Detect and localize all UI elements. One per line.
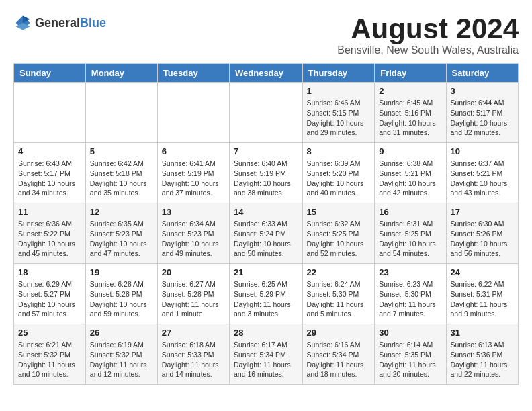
calendar-cell: 23Sunrise: 6:23 AM Sunset: 5:30 PM Dayli…	[375, 264, 446, 324]
day-number: 1	[307, 86, 371, 96]
day-number: 2	[379, 86, 441, 96]
page-header: GeneralBlue August 2024 Bensville, New S…	[13, 13, 519, 56]
calendar-cell: 31Sunrise: 6:13 AM Sunset: 5:36 PM Dayli…	[446, 324, 518, 385]
day-info: Sunrise: 6:43 AM Sunset: 5:17 PM Dayligh…	[18, 158, 81, 198]
calendar-cell: 29Sunrise: 6:16 AM Sunset: 5:34 PM Dayli…	[302, 324, 375, 385]
calendar-cell: 25Sunrise: 6:21 AM Sunset: 5:32 PM Dayli…	[14, 324, 86, 385]
day-number: 30	[379, 328, 441, 338]
day-info: Sunrise: 6:18 AM Sunset: 5:33 PM Dayligh…	[162, 340, 225, 379]
calendar-cell: 13Sunrise: 6:34 AM Sunset: 5:23 PM Dayli…	[157, 203, 229, 264]
calendar-cell: 15Sunrise: 6:32 AM Sunset: 5:25 PM Dayli…	[302, 203, 375, 264]
title-section: August 2024 Bensville, New South Wales, …	[337, 13, 519, 56]
header-sunday: Sunday	[14, 64, 86, 83]
location-subtitle: Bensville, New South Wales, Australia	[337, 44, 519, 56]
logo-icon	[13, 13, 32, 32]
calendar-cell	[14, 83, 86, 143]
calendar-cell: 17Sunrise: 6:30 AM Sunset: 5:26 PM Dayli…	[446, 203, 518, 264]
day-info: Sunrise: 6:33 AM Sunset: 5:24 PM Dayligh…	[234, 219, 298, 259]
header-wednesday: Wednesday	[230, 64, 303, 83]
header-thursday: Thursday	[302, 64, 375, 83]
day-number: 15	[307, 207, 371, 217]
header-saturday: Saturday	[446, 64, 518, 83]
calendar-cell: 10Sunrise: 6:37 AM Sunset: 5:21 PM Dayli…	[446, 143, 518, 203]
logo: GeneralBlue	[13, 13, 106, 32]
day-info: Sunrise: 6:14 AM Sunset: 5:35 PM Dayligh…	[379, 340, 441, 379]
day-number: 20	[162, 267, 225, 277]
day-number: 18	[18, 267, 81, 277]
calendar-cell: 30Sunrise: 6:14 AM Sunset: 5:35 PM Dayli…	[375, 324, 446, 385]
header-monday: Monday	[85, 64, 157, 83]
logo-text-general: General	[35, 16, 80, 30]
calendar-cell: 7Sunrise: 6:40 AM Sunset: 5:19 PM Daylig…	[230, 143, 303, 203]
day-number: 27	[162, 328, 225, 338]
day-info: Sunrise: 6:34 AM Sunset: 5:23 PM Dayligh…	[162, 219, 225, 259]
day-number: 7	[234, 146, 298, 156]
week-row-1: 4Sunrise: 6:43 AM Sunset: 5:17 PM Daylig…	[14, 143, 519, 203]
day-number: 11	[18, 207, 81, 217]
day-info: Sunrise: 6:22 AM Sunset: 5:31 PM Dayligh…	[451, 279, 514, 319]
day-number: 9	[379, 146, 441, 156]
calendar-cell: 12Sunrise: 6:35 AM Sunset: 5:23 PM Dayli…	[85, 203, 157, 264]
day-info: Sunrise: 6:36 AM Sunset: 5:22 PM Dayligh…	[18, 219, 81, 259]
day-number: 14	[234, 207, 298, 217]
day-number: 8	[307, 146, 371, 156]
calendar-cell	[157, 83, 229, 143]
day-info: Sunrise: 6:25 AM Sunset: 5:29 PM Dayligh…	[234, 279, 298, 319]
calendar-cell	[230, 83, 303, 143]
calendar-cell: 18Sunrise: 6:29 AM Sunset: 5:27 PM Dayli…	[14, 264, 86, 324]
calendar-cell: 1Sunrise: 6:46 AM Sunset: 5:15 PM Daylig…	[302, 83, 375, 143]
calendar-cell: 19Sunrise: 6:28 AM Sunset: 5:28 PM Dayli…	[85, 264, 157, 324]
week-row-0: 1Sunrise: 6:46 AM Sunset: 5:15 PM Daylig…	[14, 83, 519, 143]
day-info: Sunrise: 6:37 AM Sunset: 5:21 PM Dayligh…	[451, 158, 514, 198]
day-info: Sunrise: 6:27 AM Sunset: 5:28 PM Dayligh…	[162, 279, 225, 319]
month-year-title: August 2024	[337, 13, 519, 44]
day-info: Sunrise: 6:45 AM Sunset: 5:16 PM Dayligh…	[379, 98, 441, 138]
calendar-cell: 3Sunrise: 6:44 AM Sunset: 5:17 PM Daylig…	[446, 83, 518, 143]
calendar-cell: 16Sunrise: 6:31 AM Sunset: 5:25 PM Dayli…	[375, 203, 446, 264]
header-tuesday: Tuesday	[157, 64, 229, 83]
logo-text-blue: Blue	[80, 16, 106, 30]
calendar-cell: 2Sunrise: 6:45 AM Sunset: 5:16 PM Daylig…	[375, 83, 446, 143]
day-number: 10	[451, 146, 514, 156]
day-info: Sunrise: 6:31 AM Sunset: 5:25 PM Dayligh…	[379, 219, 441, 259]
calendar-cell: 11Sunrise: 6:36 AM Sunset: 5:22 PM Dayli…	[14, 203, 86, 264]
calendar-cell: 4Sunrise: 6:43 AM Sunset: 5:17 PM Daylig…	[14, 143, 86, 203]
week-row-2: 11Sunrise: 6:36 AM Sunset: 5:22 PM Dayli…	[14, 203, 519, 264]
day-number: 31	[451, 328, 514, 338]
day-number: 28	[234, 328, 298, 338]
day-info: Sunrise: 6:32 AM Sunset: 5:25 PM Dayligh…	[307, 219, 371, 259]
week-row-4: 25Sunrise: 6:21 AM Sunset: 5:32 PM Dayli…	[14, 324, 519, 385]
week-row-3: 18Sunrise: 6:29 AM Sunset: 5:27 PM Dayli…	[14, 264, 519, 324]
day-number: 5	[90, 146, 153, 156]
day-number: 16	[379, 207, 441, 217]
calendar-cell: 20Sunrise: 6:27 AM Sunset: 5:28 PM Dayli…	[157, 264, 229, 324]
day-number: 23	[379, 267, 441, 277]
day-number: 12	[90, 207, 153, 217]
day-info: Sunrise: 6:23 AM Sunset: 5:30 PM Dayligh…	[379, 279, 441, 319]
day-info: Sunrise: 6:13 AM Sunset: 5:36 PM Dayligh…	[451, 340, 514, 379]
day-info: Sunrise: 6:29 AM Sunset: 5:27 PM Dayligh…	[18, 279, 81, 319]
day-number: 3	[451, 86, 514, 96]
calendar-cell: 21Sunrise: 6:25 AM Sunset: 5:29 PM Dayli…	[230, 264, 303, 324]
day-number: 4	[18, 146, 81, 156]
day-info: Sunrise: 6:35 AM Sunset: 5:23 PM Dayligh…	[90, 219, 153, 259]
calendar-cell: 24Sunrise: 6:22 AM Sunset: 5:31 PM Dayli…	[446, 264, 518, 324]
calendar-cell: 6Sunrise: 6:41 AM Sunset: 5:19 PM Daylig…	[157, 143, 229, 203]
day-info: Sunrise: 6:30 AM Sunset: 5:26 PM Dayligh…	[451, 219, 514, 259]
header-friday: Friday	[375, 64, 446, 83]
day-number: 22	[307, 267, 371, 277]
day-info: Sunrise: 6:19 AM Sunset: 5:32 PM Dayligh…	[90, 340, 153, 379]
day-number: 26	[90, 328, 153, 338]
day-info: Sunrise: 6:41 AM Sunset: 5:19 PM Dayligh…	[162, 158, 225, 198]
calendar-table: SundayMondayTuesdayWednesdayThursdayFrid…	[13, 63, 519, 385]
calendar-cell: 22Sunrise: 6:24 AM Sunset: 5:30 PM Dayli…	[302, 264, 375, 324]
calendar-cell: 26Sunrise: 6:19 AM Sunset: 5:32 PM Dayli…	[85, 324, 157, 385]
calendar-cell: 27Sunrise: 6:18 AM Sunset: 5:33 PM Dayli…	[157, 324, 229, 385]
day-info: Sunrise: 6:39 AM Sunset: 5:20 PM Dayligh…	[307, 158, 371, 198]
calendar-cell: 8Sunrise: 6:39 AM Sunset: 5:20 PM Daylig…	[302, 143, 375, 203]
day-number: 29	[307, 328, 371, 338]
day-info: Sunrise: 6:44 AM Sunset: 5:17 PM Dayligh…	[451, 98, 514, 138]
day-info: Sunrise: 6:17 AM Sunset: 5:34 PM Dayligh…	[234, 340, 298, 379]
day-number: 24	[451, 267, 514, 277]
day-number: 6	[162, 146, 225, 156]
